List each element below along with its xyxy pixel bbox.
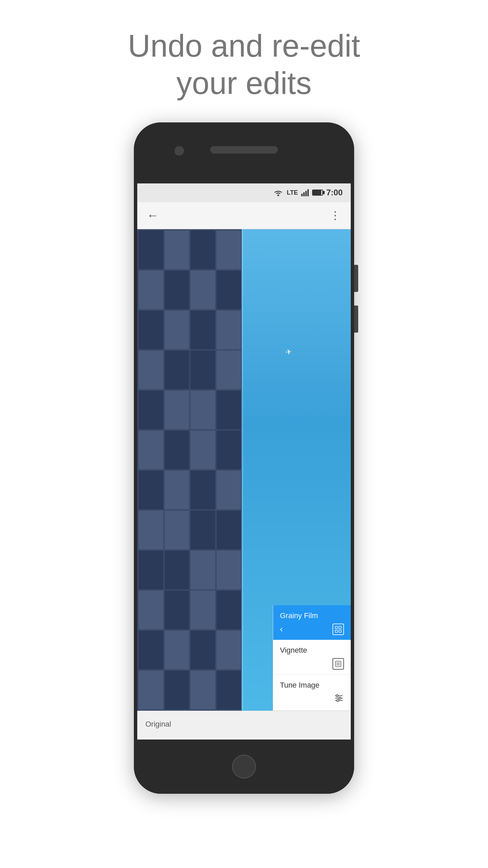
svg-rect-4 bbox=[307, 189, 309, 196]
svg-rect-1 bbox=[301, 194, 303, 196]
edit-item-tune-image[interactable]: Tune Image bbox=[273, 675, 351, 711]
original-label: Original bbox=[145, 720, 171, 729]
back-arrow-icon[interactable]: ‹ bbox=[280, 624, 283, 634]
phone-device: LTE 7:00 ← ⋮ bbox=[134, 122, 354, 794]
grainy-film-label: Grainy Film bbox=[280, 611, 344, 620]
svg-rect-10 bbox=[337, 662, 340, 666]
svg-rect-6 bbox=[339, 626, 341, 629]
airplane-symbol: ✈ bbox=[285, 347, 292, 357]
phone-screen: LTE 7:00 ← ⋮ bbox=[137, 183, 351, 739]
edit-panel: Grainy Film ‹ bbox=[273, 605, 351, 711]
wifi-icon bbox=[273, 189, 283, 196]
earpiece-speaker bbox=[210, 146, 278, 154]
svg-rect-5 bbox=[335, 626, 338, 629]
edit-item-vignette[interactable]: Vignette bbox=[273, 640, 351, 675]
svg-rect-3 bbox=[305, 191, 307, 196]
app-toolbar: ← ⋮ bbox=[137, 202, 351, 229]
status-time: 7:00 bbox=[326, 188, 343, 197]
building-image bbox=[137, 229, 242, 711]
svg-point-15 bbox=[339, 697, 341, 699]
photo-area: ✈ Grainy Film ‹ bbox=[137, 229, 351, 711]
page-title: Undo and re-edit your edits bbox=[128, 27, 360, 102]
signal-icon bbox=[301, 189, 309, 196]
more-options-button[interactable]: ⋮ bbox=[330, 210, 341, 221]
edit-item-grainy-film[interactable]: Grainy Film ‹ bbox=[273, 605, 351, 640]
back-button[interactable]: ← bbox=[147, 209, 159, 221]
vignette-label: Vignette bbox=[280, 646, 344, 655]
photo-divider bbox=[242, 229, 243, 711]
tune-icon bbox=[334, 693, 344, 706]
svg-rect-8 bbox=[339, 630, 341, 632]
svg-rect-2 bbox=[303, 192, 305, 196]
phone-bottom bbox=[134, 739, 354, 794]
tune-image-label: Tune Image bbox=[280, 681, 344, 690]
home-button[interactable] bbox=[232, 755, 256, 778]
lte-indicator: LTE bbox=[287, 189, 298, 196]
vignette-icon bbox=[332, 658, 344, 670]
svg-point-14 bbox=[336, 695, 338, 697]
phone-top-bar bbox=[134, 122, 354, 183]
front-camera bbox=[175, 146, 184, 156]
bottom-bar: Original bbox=[137, 711, 351, 738]
svg-rect-7 bbox=[335, 630, 338, 632]
svg-point-0 bbox=[278, 195, 279, 196]
status-icons: LTE 7:00 bbox=[273, 188, 343, 197]
status-bar: LTE 7:00 bbox=[137, 183, 351, 202]
svg-point-16 bbox=[337, 699, 339, 702]
grid-icon[interactable] bbox=[332, 624, 344, 635]
battery-icon bbox=[312, 190, 323, 196]
